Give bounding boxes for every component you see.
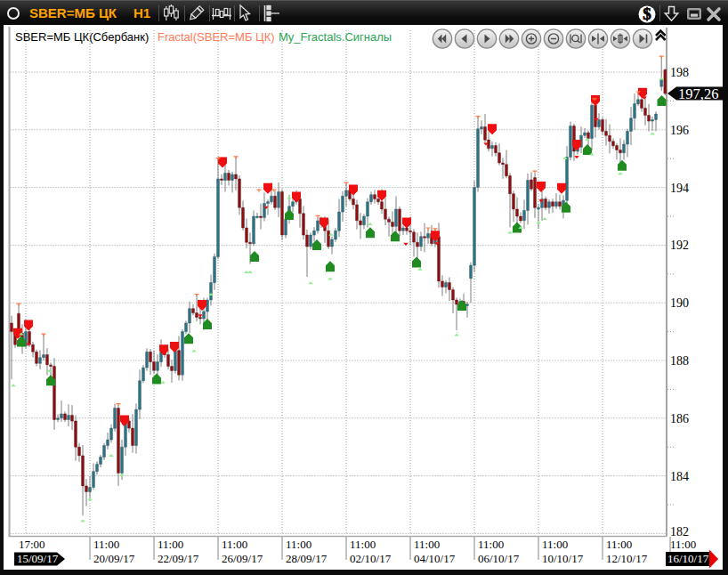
svg-text:16/10/17: 16/10/17: [667, 552, 709, 565]
svg-text:My_Fractals.Сигналы: My_Fractals.Сигналы: [279, 30, 392, 44]
svg-text:11:00: 11:00: [542, 538, 568, 551]
svg-text:11:00: 11:00: [606, 538, 632, 551]
svg-text:11:00: 11:00: [414, 538, 440, 551]
svg-text:02/10/17: 02/10/17: [350, 552, 392, 565]
svg-text:12/10/17: 12/10/17: [606, 552, 648, 565]
svg-text:10/10/17: 10/10/17: [542, 552, 584, 565]
svg-text:190: 190: [670, 296, 689, 310]
svg-text:192: 192: [670, 239, 689, 252]
svg-text:11:00: 11:00: [670, 538, 696, 551]
svg-text:194: 194: [670, 182, 689, 195]
svg-text:Fractal(SBER=МБ ЦК): Fractal(SBER=МБ ЦК): [158, 30, 275, 44]
svg-text:SBER=МБ ЦК(Сбербанк): SBER=МБ ЦК(Сбербанк): [15, 30, 149, 44]
svg-text:196: 196: [670, 124, 689, 137]
svg-text:184: 184: [670, 470, 689, 483]
svg-text:15/09/17: 15/09/17: [17, 552, 59, 565]
svg-text:198: 198: [670, 66, 689, 79]
svg-text:186: 186: [670, 412, 689, 425]
svg-text:22/09/17: 22/09/17: [158, 552, 199, 565]
svg-text:06/10/17: 06/10/17: [478, 552, 520, 565]
svg-text:182: 182: [670, 525, 689, 539]
svg-text:17:00: 17:00: [19, 538, 45, 551]
svg-text:11:00: 11:00: [93, 538, 119, 551]
svg-text:$: $: [643, 4, 651, 23]
svg-text:11:00: 11:00: [350, 538, 376, 551]
svg-text:26/09/17: 26/09/17: [222, 552, 263, 565]
svg-text:04/10/17: 04/10/17: [414, 552, 456, 565]
svg-text:11:00: 11:00: [158, 538, 183, 551]
svg-text:197,26: 197,26: [678, 85, 718, 102]
svg-text:11:00: 11:00: [478, 538, 504, 551]
svg-text:20/09/17: 20/09/17: [93, 552, 135, 565]
svg-text:11:00: 11:00: [286, 538, 311, 551]
svg-text:11:00: 11:00: [222, 538, 247, 551]
svg-text:28/09/17: 28/09/17: [286, 552, 328, 565]
svg-text:188: 188: [670, 354, 689, 368]
